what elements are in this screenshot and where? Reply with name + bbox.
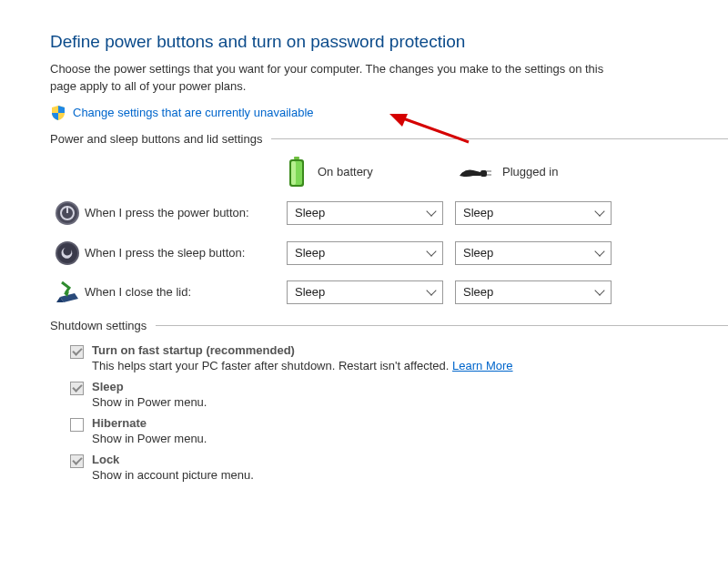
row-power-button-label: When I press the power button: [85, 206, 287, 219]
svg-rect-5 [291, 161, 296, 185]
column-battery-label: On battery [318, 165, 373, 178]
section-power-lid-label: Power and sleep buttons and lid settings [50, 132, 262, 146]
sleep-option-label: Sleep [92, 380, 207, 393]
sleep-checkbox[interactable] [70, 382, 84, 395]
hibernate-option-label: Hibernate [92, 416, 207, 430]
change-settings-row: Change settings that are currently unava… [50, 105, 728, 121]
column-headers: On battery Plugged in [50, 157, 728, 188]
fast-startup-label: Turn on fast startup (recommended) [92, 343, 513, 357]
hibernate-checkbox[interactable] [70, 418, 84, 432]
power-button-battery-select[interactable]: Sleep [287, 201, 443, 225]
power-button-icon [55, 200, 80, 226]
lock-option-row: Lock Show in account picture menu. [70, 453, 728, 482]
divider [271, 138, 728, 139]
svg-rect-6 [480, 170, 487, 177]
svg-marker-1 [389, 114, 408, 127]
row-close-lid: When I close the lid: Sleep Sleep [50, 280, 728, 304]
chevron-down-icon [594, 247, 604, 257]
sleep-option-row: Sleep Show in Power menu. [70, 380, 728, 409]
fast-startup-checkbox[interactable] [70, 345, 84, 359]
sleep-button-plugged-select[interactable]: Sleep [455, 241, 612, 265]
sleep-option-desc: Show in Power menu. [92, 395, 207, 409]
lid-battery-select[interactable]: Sleep [287, 280, 443, 304]
battery-icon [287, 157, 307, 188]
chevron-down-icon [594, 286, 604, 296]
lock-option-desc: Show in account picture menu. [92, 468, 254, 482]
row-close-lid-label: When I close the lid: [85, 285, 287, 299]
sleep-button-icon [55, 240, 80, 266]
laptop-lid-icon [53, 280, 82, 304]
chevron-down-icon [426, 247, 436, 257]
sleep-button-battery-select[interactable]: Sleep [287, 241, 443, 265]
column-plugged: Plugged in [455, 163, 623, 181]
section-power-lid: Power and sleep buttons and lid settings [50, 132, 728, 146]
row-sleep-button-label: When I press the sleep button: [85, 246, 287, 260]
change-settings-link[interactable]: Change settings that are currently unava… [73, 106, 314, 119]
chevron-down-icon [426, 207, 436, 217]
fast-startup-row: Turn on fast startup (recommended) This … [70, 343, 728, 372]
svg-point-14 [57, 243, 77, 263]
section-shutdown: Shutdown settings [50, 319, 728, 332]
shield-icon [50, 105, 66, 121]
section-shutdown-label: Shutdown settings [50, 319, 147, 332]
page-subtitle: Choose the power settings that you want … [50, 61, 632, 96]
page-title: Define power buttons and turn on passwor… [50, 32, 728, 52]
hibernate-option-desc: Show in Power menu. [92, 432, 207, 445]
chevron-down-icon [426, 286, 436, 296]
lock-option-label: Lock [92, 453, 254, 466]
divider [156, 325, 728, 326]
power-button-plugged-select[interactable]: Sleep [455, 201, 612, 225]
row-sleep-button: When I press the sleep button: Sleep Sle… [50, 240, 728, 266]
column-plugged-label: Plugged in [502, 165, 558, 178]
hibernate-option-row: Hibernate Show in Power menu. [70, 416, 728, 445]
row-power-button: When I press the power button: Sleep Sle… [50, 200, 728, 226]
lock-checkbox[interactable] [70, 454, 84, 468]
column-battery: On battery [287, 157, 455, 188]
plug-icon [455, 163, 491, 181]
fast-startup-desc: This helps start your PC faster after sh… [92, 359, 513, 372]
svg-rect-2 [294, 157, 299, 159]
chevron-down-icon [594, 207, 604, 217]
lid-plugged-select[interactable]: Sleep [455, 280, 612, 304]
learn-more-link[interactable]: Learn More [452, 359, 512, 372]
